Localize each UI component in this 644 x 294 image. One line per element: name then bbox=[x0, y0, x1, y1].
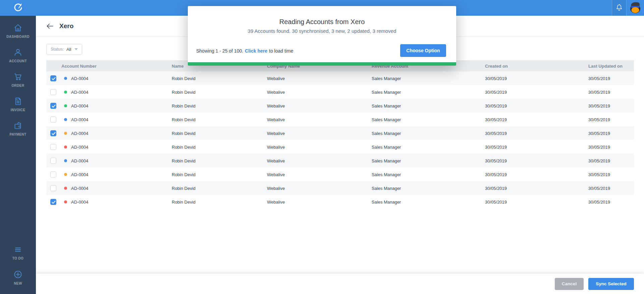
cell-created-on: 30/05/2019 bbox=[485, 76, 507, 81]
cell-company-name: Webalive bbox=[267, 76, 285, 81]
row-checkbox[interactable] bbox=[50, 185, 56, 191]
status-dot-icon bbox=[64, 77, 67, 80]
row-checkbox[interactable] bbox=[50, 171, 56, 177]
sidebar-item-label: INVOICE bbox=[11, 108, 25, 112]
invoice-icon bbox=[13, 97, 22, 106]
cell-last-updated-on: 30/05/2019 bbox=[588, 117, 610, 122]
cell-name: Robin Devid bbox=[172, 172, 196, 177]
page-title: Xero bbox=[59, 22, 73, 30]
modal-title: Reading Accounts from Xero bbox=[188, 18, 456, 26]
row-checkbox[interactable] bbox=[50, 117, 56, 123]
cell-account-number: AD-0004 bbox=[71, 158, 88, 163]
status-dot-icon bbox=[64, 145, 67, 148]
cell-revenue-account: Sales Manager bbox=[372, 103, 401, 108]
sidebar-item-label: ACCOUNT bbox=[9, 59, 27, 63]
status-dot-icon bbox=[64, 200, 67, 203]
cell-last-updated-on: 30/05/2019 bbox=[588, 103, 610, 108]
status-dot-icon bbox=[64, 104, 67, 107]
accounts-table: Account Number Name Company Name Revenue… bbox=[46, 60, 634, 209]
status-dot-icon bbox=[64, 90, 67, 93]
cell-name: Robin Devid bbox=[172, 117, 196, 122]
row-checkbox[interactable] bbox=[50, 144, 56, 150]
table-row: AD-0004Robin DevidWebaliveSales Manager3… bbox=[46, 140, 634, 154]
column-header-last-updated-on: Last Updated on bbox=[588, 63, 623, 68]
cell-created-on: 30/05/2019 bbox=[485, 144, 507, 149]
cell-revenue-account: Sales Manager bbox=[372, 89, 401, 94]
cell-last-updated-on: 30/05/2019 bbox=[588, 89, 610, 94]
cell-name: Robin Devid bbox=[172, 199, 196, 204]
sidebar-item-todo[interactable]: TO DO bbox=[0, 245, 36, 260]
cell-created-on: 30/05/2019 bbox=[485, 172, 507, 177]
user-avatar[interactable] bbox=[627, 0, 644, 16]
cancel-button[interactable]: Cancel bbox=[555, 278, 584, 290]
status-filter-label: Status: bbox=[51, 47, 64, 52]
wallet-icon bbox=[13, 121, 22, 130]
cell-account-number: AD-0004 bbox=[71, 103, 88, 108]
row-checkbox[interactable] bbox=[50, 199, 56, 205]
status-filter-dropdown[interactable]: Status: All bbox=[46, 44, 82, 55]
row-checkbox[interactable] bbox=[50, 75, 56, 81]
showing-status-text: Showing 1 - 25 of 100. Click here to loa… bbox=[196, 48, 293, 54]
sidebar-item-payment[interactable]: PAYMENT bbox=[0, 121, 36, 136]
cell-name: Robin Devid bbox=[172, 131, 196, 136]
cell-company-name: Webalive bbox=[267, 199, 285, 204]
sidebar-item-dashboard[interactable]: DASHBOARD bbox=[0, 23, 36, 39]
cell-company-name: Webalive bbox=[267, 103, 285, 108]
status-dot-icon bbox=[64, 132, 67, 135]
cell-account-number: AD-0004 bbox=[71, 89, 88, 94]
sidebar-item-account[interactable]: ACCOUNT bbox=[0, 48, 36, 63]
sidebar-item-new[interactable]: NEW bbox=[0, 270, 36, 285]
cart-icon bbox=[13, 72, 22, 81]
cell-revenue-account: Sales Manager bbox=[372, 172, 401, 177]
bell-icon bbox=[615, 3, 623, 13]
cell-company-name: Webalive bbox=[267, 144, 285, 149]
showing-suffix: to load time bbox=[269, 48, 293, 54]
click-here-link[interactable]: Click here bbox=[245, 48, 267, 54]
cell-account-number: AD-0004 bbox=[71, 199, 88, 204]
cell-account-number: AD-0004 bbox=[71, 76, 88, 81]
sidebar-nav: DASHBOARD ACCOUNT ORDER INVOICE bbox=[0, 16, 36, 136]
notifications-button[interactable] bbox=[612, 0, 627, 16]
sync-selected-button[interactable]: Sync Selected bbox=[588, 278, 634, 290]
sidebar-bottom-nav: TO DO NEW bbox=[0, 245, 36, 294]
footer-action-bar: Cancel Sync Selected bbox=[36, 274, 644, 294]
cell-created-on: 30/05/2019 bbox=[485, 117, 507, 122]
row-checkbox[interactable] bbox=[50, 103, 56, 109]
cell-name: Robin Devid bbox=[172, 158, 196, 163]
chevron-down-icon bbox=[74, 48, 78, 50]
row-checkbox[interactable] bbox=[50, 89, 56, 95]
cell-company-name: Webalive bbox=[267, 131, 285, 136]
cell-created-on: 30/05/2019 bbox=[485, 199, 507, 204]
cell-last-updated-on: 30/05/2019 bbox=[588, 186, 610, 191]
sidebar-item-label: DASHBOARD bbox=[6, 35, 30, 39]
cell-company-name: Webalive bbox=[267, 117, 285, 122]
choose-option-button[interactable]: Choose Option bbox=[400, 44, 446, 57]
cell-name: Robin Devid bbox=[172, 186, 196, 191]
sidebar-item-order[interactable]: ORDER bbox=[0, 72, 36, 87]
row-checkbox[interactable] bbox=[50, 158, 56, 164]
avatar-image bbox=[629, 1, 642, 15]
cell-account-number: AD-0004 bbox=[71, 117, 88, 122]
cell-company-name: Webalive bbox=[267, 89, 285, 94]
cell-company-name: Webalive bbox=[267, 186, 285, 191]
status-dot-icon bbox=[64, 187, 67, 190]
cell-created-on: 30/05/2019 bbox=[485, 89, 507, 94]
row-checkbox[interactable] bbox=[50, 130, 56, 136]
cell-name: Robin Devid bbox=[172, 144, 196, 149]
cell-revenue-account: Sales Manager bbox=[372, 144, 401, 149]
table-row: AD-0004Robin DevidWebaliveSales Manager3… bbox=[46, 126, 634, 140]
app-logo[interactable] bbox=[0, 0, 36, 16]
cell-account-number: AD-0004 bbox=[71, 131, 88, 136]
cell-revenue-account: Sales Manager bbox=[372, 199, 401, 204]
table-body: AD-0004Robin DevidWebaliveSales Manager3… bbox=[46, 71, 634, 209]
sidebar-item-invoice[interactable]: INVOICE bbox=[0, 97, 36, 112]
cell-account-number: AD-0004 bbox=[71, 172, 88, 177]
back-button[interactable] bbox=[46, 23, 54, 29]
sidebar-item-label: ORDER bbox=[11, 84, 24, 87]
table-row: AD-0004Robin DevidWebaliveSales Manager3… bbox=[46, 195, 634, 209]
status-dot-icon bbox=[64, 173, 67, 176]
status-filter-value: All bbox=[66, 47, 71, 52]
cell-last-updated-on: 30/05/2019 bbox=[588, 131, 610, 136]
cell-created-on: 30/05/2019 bbox=[485, 103, 507, 108]
cell-last-updated-on: 30/05/2019 bbox=[588, 172, 610, 177]
